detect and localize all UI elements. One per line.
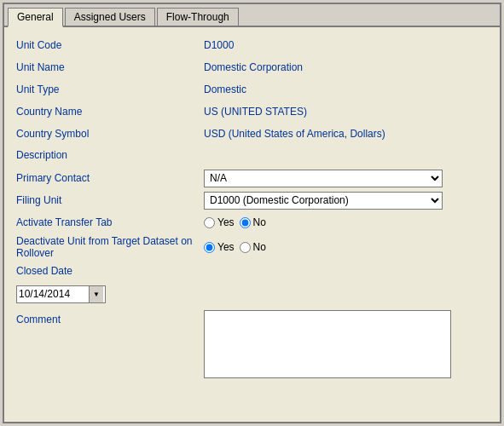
closed-date-section-label: Closed Date <box>16 265 72 277</box>
tab-content: Unit Code D1000 Unit Name Domestic Corpo… <box>4 27 500 422</box>
primary-contact-dropdown-wrapper: N/A <box>204 170 443 187</box>
activate-transfer-yes-text: Yes <box>217 216 235 228</box>
closed-date-section-row: Closed Date <box>16 262 488 281</box>
activate-transfer-yes-radio[interactable] <box>204 217 215 228</box>
unit-code-value: D1000 <box>204 39 234 51</box>
activate-transfer-no-radio[interactable] <box>240 217 251 228</box>
country-name-row: Country Name US (UNITED STATES) <box>16 102 488 121</box>
country-name-value: US (UNITED STATES) <box>204 106 307 118</box>
main-window: General Assigned Users Flow-Through Unit… <box>3 3 501 423</box>
deactivate-label: Deactivate Unit from Target Dataset on R… <box>16 235 204 259</box>
filing-unit-select[interactable]: D1000 (Domestic Corporation) <box>204 192 443 210</box>
closed-date-row: ▼ <box>16 285 488 303</box>
unit-code-label: Unit Code <box>16 39 204 51</box>
tab-flow-through[interactable]: Flow-Through <box>157 8 239 26</box>
comment-label: Comment <box>16 310 204 325</box>
deactivate-yes-text: Yes <box>217 241 235 253</box>
deactivate-no-radio[interactable] <box>240 242 251 253</box>
activate-transfer-yes-label[interactable]: Yes <box>204 216 235 228</box>
unit-type-value: Domestic <box>204 83 246 95</box>
unit-name-value: Domestic Corporation <box>204 61 303 73</box>
comment-textarea[interactable] <box>204 310 451 378</box>
closed-date-dropdown-button[interactable]: ▼ <box>89 286 103 302</box>
comment-section: Comment <box>16 310 488 378</box>
tab-bar: General Assigned Users Flow-Through <box>4 4 500 27</box>
deactivate-no-text: No <box>253 241 266 253</box>
filing-unit-row: Filing Unit D1000 (Domestic Corporation) <box>16 191 488 210</box>
country-symbol-label: Country Symbol <box>16 128 204 140</box>
country-symbol-row: Country Symbol USD (United States of Ame… <box>16 124 488 143</box>
unit-code-row: Unit Code D1000 <box>16 36 488 55</box>
activate-transfer-label: Activate Transfer Tab <box>16 216 204 228</box>
deactivate-yes-label[interactable]: Yes <box>204 241 235 253</box>
primary-contact-label: Primary Contact <box>16 172 204 184</box>
activate-transfer-no-label[interactable]: No <box>240 216 266 228</box>
unit-type-row: Unit Type Domestic <box>16 80 488 99</box>
deactivate-row: Deactivate Unit from Target Dataset on R… <box>16 235 488 259</box>
deactivate-yes-radio[interactable] <box>204 242 215 253</box>
country-symbol-value: USD (United States of America, Dollars) <box>204 128 385 140</box>
tab-general[interactable]: General <box>8 8 63 27</box>
description-row: Description <box>16 147 488 165</box>
tab-assigned-users[interactable]: Assigned Users <box>65 8 155 26</box>
activate-transfer-radios: Yes No <box>204 216 266 228</box>
deactivate-radios: Yes No <box>204 241 266 253</box>
unit-name-label: Unit Name <box>16 61 204 73</box>
unit-type-label: Unit Type <box>16 83 204 95</box>
activate-transfer-no-text: No <box>253 216 266 228</box>
closed-date-input[interactable] <box>19 288 89 300</box>
primary-contact-row: Primary Contact N/A <box>16 169 488 187</box>
country-name-label: Country Name <box>16 106 204 118</box>
deactivate-no-label[interactable]: No <box>240 241 266 253</box>
description-label: Description <box>16 149 67 161</box>
filing-unit-dropdown-wrapper: D1000 (Domestic Corporation) <box>204 192 443 210</box>
filing-unit-label: Filing Unit <box>16 194 204 206</box>
activate-transfer-row: Activate Transfer Tab Yes No <box>16 213 488 232</box>
unit-name-row: Unit Name Domestic Corporation <box>16 58 488 77</box>
primary-contact-select[interactable]: N/A <box>204 170 443 187</box>
closed-date-wrapper: ▼ <box>16 285 106 303</box>
